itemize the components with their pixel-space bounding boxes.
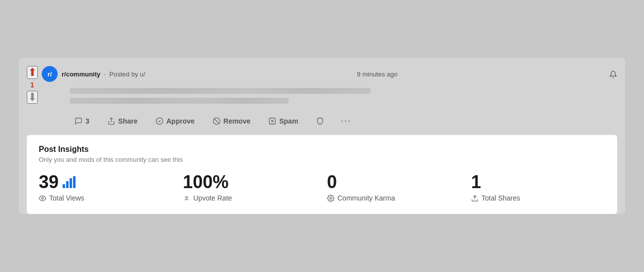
total-shares-label-row: Total Shares: [471, 194, 520, 202]
remove-icon: [213, 117, 221, 125]
spam-icon: [268, 117, 276, 125]
shield-icon: [316, 117, 324, 125]
metric-total-views: 39 Total Views: [39, 173, 173, 202]
time-ago: 9 minutes ago: [149, 70, 605, 78]
svg-line-3: [214, 119, 219, 123]
downvote-button[interactable]: ⬇: [27, 91, 38, 104]
gear-icon: [327, 195, 334, 202]
bar-chart-icon[interactable]: [63, 176, 76, 188]
svg-point-8: [330, 197, 332, 199]
more-options-button[interactable]: ···: [337, 114, 355, 128]
upvote-rate-label-row: Upvote Rate: [183, 194, 232, 202]
insights-panel: Post Insights Only you and mods of this …: [27, 135, 617, 214]
upvote-icon: [183, 195, 190, 202]
post-content: [70, 88, 617, 104]
avatar-label: r/: [48, 70, 52, 78]
vote-column: ⬆ 1 ⬇: [27, 66, 38, 104]
total-shares-label: Total Shares: [482, 194, 520, 202]
comment-count: 3: [85, 117, 89, 125]
metric-value-row-views: 39: [39, 173, 76, 191]
community-karma-label-row: Community Karma: [327, 194, 395, 202]
community-karma-label: Community Karma: [337, 194, 395, 202]
remove-button[interactable]: Remove: [208, 114, 255, 128]
metric-value-row-karma: 0: [327, 173, 337, 191]
insights-subtitle: Only you and mods of this community can …: [39, 156, 605, 163]
remove-label: Remove: [224, 117, 250, 125]
approve-icon: [156, 117, 163, 125]
spam-button[interactable]: Spam: [263, 114, 303, 128]
upvote-rate-label: Upvote Rate: [193, 194, 232, 202]
post-meta: r/community · Posted by u/: [62, 70, 145, 78]
comment-icon: [75, 117, 82, 125]
metric-value-row-upvote: 100%: [183, 173, 229, 191]
eye-icon: [39, 195, 46, 202]
upvote-rate-value: 100%: [183, 173, 229, 191]
content-line-2: [70, 98, 289, 104]
svg-point-7: [42, 197, 44, 199]
content-line-1: [70, 88, 371, 94]
total-views-value: 39: [39, 173, 59, 191]
total-views-label-row: Total Views: [39, 194, 84, 202]
total-shares-value: 1: [471, 173, 481, 191]
upload-icon: [471, 195, 479, 202]
action-bar: 3 Share Approve: [42, 109, 617, 133]
metric-community-karma: 0 Community Karma: [317, 173, 461, 202]
metric-value-row-shares: 1: [471, 173, 481, 191]
shield-button[interactable]: [311, 114, 329, 128]
post-card: ⬆ 1 ⬇ r/ r/community · Posted by u/ 9 mi…: [19, 58, 625, 214]
share-button[interactable]: Share: [102, 114, 143, 128]
total-views-label: Total Views: [49, 194, 84, 202]
community-karma-value: 0: [327, 173, 337, 191]
insights-metrics: 39 Total Views: [39, 173, 605, 202]
metric-upvote-rate: 100% Upvote Rate: [173, 173, 317, 202]
share-icon: [107, 117, 115, 125]
approve-button[interactable]: Approve: [151, 114, 200, 128]
spam-label: Spam: [279, 117, 298, 125]
bar-4: [73, 176, 76, 188]
posted-by-label: Posted by u/: [109, 70, 145, 78]
bar-2: [66, 181, 69, 188]
share-label: Share: [118, 117, 138, 125]
bar-1: [63, 184, 65, 188]
notification-icon[interactable]: [609, 68, 617, 80]
subreddit-name: r/community: [62, 70, 100, 78]
subreddit-avatar: r/: [42, 66, 58, 82]
metric-total-shares: 1 Total Shares: [461, 173, 605, 202]
post-header: r/ r/community · Posted by u/ 9 minutes …: [42, 66, 617, 82]
approve-label: Approve: [166, 117, 195, 125]
vote-count: 1: [30, 81, 34, 89]
upvote-button[interactable]: ⬆: [27, 66, 38, 79]
bar-3: [70, 178, 72, 188]
comment-button[interactable]: 3: [70, 114, 94, 128]
insights-title: Post Insights: [39, 145, 605, 154]
